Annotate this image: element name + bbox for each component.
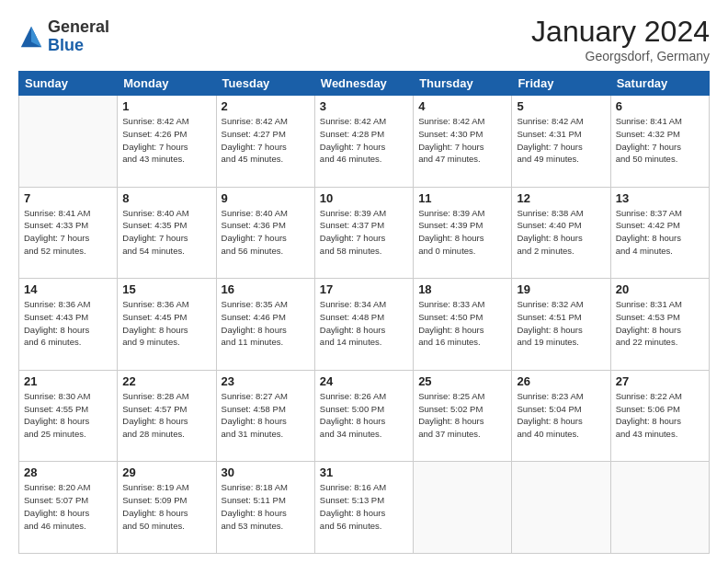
calendar-day-cell: 2Sunrise: 8:42 AM Sunset: 4:27 PM Daylig…	[216, 96, 314, 188]
day-info: Sunrise: 8:39 AM Sunset: 4:39 PM Dayligh…	[418, 207, 506, 258]
day-number: 20	[616, 282, 704, 296]
calendar-day-cell: 26Sunrise: 8:23 AM Sunset: 5:04 PM Dayli…	[512, 370, 610, 462]
calendar-day-cell: 22Sunrise: 8:28 AM Sunset: 4:57 PM Dayli…	[118, 370, 216, 462]
weekday-header: Wednesday	[314, 72, 413, 96]
day-number: 22	[122, 374, 210, 388]
calendar-day-cell: 9Sunrise: 8:40 AM Sunset: 4:36 PM Daylig…	[216, 187, 314, 279]
calendar-day-cell: 7Sunrise: 8:41 AM Sunset: 4:33 PM Daylig…	[19, 187, 118, 279]
day-number: 25	[418, 374, 506, 388]
day-number: 23	[222, 374, 310, 388]
calendar-day-cell	[512, 462, 610, 554]
calendar-day-cell: 19Sunrise: 8:32 AM Sunset: 4:51 PM Dayli…	[512, 279, 610, 371]
day-number: 28	[24, 465, 112, 479]
day-info: Sunrise: 8:27 AM Sunset: 4:58 PM Dayligh…	[222, 390, 310, 441]
calendar-table: SundayMondayTuesdayWednesdayThursdayFrid…	[18, 71, 710, 554]
day-info: Sunrise: 8:32 AM Sunset: 4:51 PM Dayligh…	[517, 298, 605, 349]
day-number: 30	[222, 465, 310, 479]
calendar-day-cell: 21Sunrise: 8:30 AM Sunset: 4:55 PM Dayli…	[19, 370, 118, 462]
calendar-day-cell: 25Sunrise: 8:25 AM Sunset: 5:02 PM Dayli…	[414, 370, 512, 462]
calendar-day-cell: 27Sunrise: 8:22 AM Sunset: 5:06 PM Dayli…	[610, 370, 709, 462]
calendar-week-row: 21Sunrise: 8:30 AM Sunset: 4:55 PM Dayli…	[19, 370, 710, 462]
day-info: Sunrise: 8:20 AM Sunset: 5:07 PM Dayligh…	[24, 481, 112, 532]
day-info: Sunrise: 8:36 AM Sunset: 4:43 PM Dayligh…	[24, 298, 112, 349]
weekday-header: Friday	[512, 72, 610, 96]
logo-general-text: General	[48, 18, 109, 37]
weekday-header: Tuesday	[216, 72, 314, 96]
calendar-day-cell: 6Sunrise: 8:41 AM Sunset: 4:32 PM Daylig…	[610, 96, 709, 188]
calendar-day-cell: 20Sunrise: 8:31 AM Sunset: 4:53 PM Dayli…	[610, 279, 709, 371]
day-number: 17	[320, 282, 408, 296]
calendar-day-cell: 11Sunrise: 8:39 AM Sunset: 4:39 PM Dayli…	[414, 187, 512, 279]
day-info: Sunrise: 8:28 AM Sunset: 4:57 PM Dayligh…	[122, 390, 210, 441]
day-number: 31	[320, 465, 408, 479]
day-number: 13	[616, 191, 704, 205]
calendar-day-cell	[414, 462, 512, 554]
calendar-day-cell: 18Sunrise: 8:33 AM Sunset: 4:50 PM Dayli…	[414, 279, 512, 371]
day-info: Sunrise: 8:42 AM Sunset: 4:27 PM Dayligh…	[222, 115, 310, 166]
day-info: Sunrise: 8:19 AM Sunset: 5:09 PM Dayligh…	[122, 481, 210, 532]
calendar-week-row: 14Sunrise: 8:36 AM Sunset: 4:43 PM Dayli…	[19, 279, 710, 371]
logo: General Blue	[18, 18, 109, 55]
day-info: Sunrise: 8:25 AM Sunset: 5:02 PM Dayligh…	[418, 390, 506, 441]
day-number: 14	[24, 282, 112, 296]
logo-icon	[18, 24, 44, 50]
day-info: Sunrise: 8:40 AM Sunset: 4:35 PM Dayligh…	[122, 207, 210, 258]
weekday-header: Monday	[118, 72, 216, 96]
day-number: 5	[517, 99, 605, 113]
calendar-day-cell: 12Sunrise: 8:38 AM Sunset: 4:40 PM Dayli…	[512, 187, 610, 279]
day-number: 10	[320, 191, 408, 205]
calendar-header-row: SundayMondayTuesdayWednesdayThursdayFrid…	[19, 72, 710, 96]
day-number: 6	[616, 99, 704, 113]
calendar-day-cell: 5Sunrise: 8:42 AM Sunset: 4:31 PM Daylig…	[512, 96, 610, 188]
day-number: 15	[122, 282, 210, 296]
day-number: 2	[222, 99, 310, 113]
calendar-day-cell: 17Sunrise: 8:34 AM Sunset: 4:48 PM Dayli…	[314, 279, 413, 371]
day-info: Sunrise: 8:26 AM Sunset: 5:00 PM Dayligh…	[320, 390, 408, 441]
calendar-day-cell: 13Sunrise: 8:37 AM Sunset: 4:42 PM Dayli…	[610, 187, 709, 279]
day-info: Sunrise: 8:41 AM Sunset: 4:33 PM Dayligh…	[24, 207, 112, 258]
day-number: 3	[320, 99, 408, 113]
day-number: 24	[320, 374, 408, 388]
day-number: 16	[222, 282, 310, 296]
day-number: 1	[122, 99, 210, 113]
title-section: January 2024 Georgsdorf, Germany	[531, 15, 710, 63]
logo-text: General Blue	[48, 18, 109, 55]
day-info: Sunrise: 8:40 AM Sunset: 4:36 PM Dayligh…	[222, 207, 310, 258]
day-number: 18	[418, 282, 506, 296]
calendar-day-cell: 15Sunrise: 8:36 AM Sunset: 4:45 PM Dayli…	[118, 279, 216, 371]
calendar-day-cell: 3Sunrise: 8:42 AM Sunset: 4:28 PM Daylig…	[314, 96, 413, 188]
day-number: 21	[24, 374, 112, 388]
day-info: Sunrise: 8:35 AM Sunset: 4:46 PM Dayligh…	[222, 298, 310, 349]
calendar-day-cell: 16Sunrise: 8:35 AM Sunset: 4:46 PM Dayli…	[216, 279, 314, 371]
calendar-day-cell: 30Sunrise: 8:18 AM Sunset: 5:11 PM Dayli…	[216, 462, 314, 554]
calendar-day-cell: 8Sunrise: 8:40 AM Sunset: 4:35 PM Daylig…	[118, 187, 216, 279]
header: General Blue January 2024 Georgsdorf, Ge…	[18, 15, 710, 63]
calendar-day-cell: 29Sunrise: 8:19 AM Sunset: 5:09 PM Dayli…	[118, 462, 216, 554]
calendar-day-cell: 28Sunrise: 8:20 AM Sunset: 5:07 PM Dayli…	[19, 462, 118, 554]
day-number: 26	[517, 374, 605, 388]
calendar-day-cell: 14Sunrise: 8:36 AM Sunset: 4:43 PM Dayli…	[19, 279, 118, 371]
day-info: Sunrise: 8:42 AM Sunset: 4:28 PM Dayligh…	[320, 115, 408, 166]
calendar-week-row: 28Sunrise: 8:20 AM Sunset: 5:07 PM Dayli…	[19, 462, 710, 554]
day-info: Sunrise: 8:23 AM Sunset: 5:04 PM Dayligh…	[517, 390, 605, 441]
day-info: Sunrise: 8:42 AM Sunset: 4:30 PM Dayligh…	[418, 115, 506, 166]
day-info: Sunrise: 8:36 AM Sunset: 4:45 PM Dayligh…	[122, 298, 210, 349]
month-title: January 2024	[531, 15, 710, 49]
day-number: 8	[122, 191, 210, 205]
day-number: 11	[418, 191, 506, 205]
weekday-header: Sunday	[19, 72, 118, 96]
day-number: 19	[517, 282, 605, 296]
calendar-day-cell: 4Sunrise: 8:42 AM Sunset: 4:30 PM Daylig…	[414, 96, 512, 188]
calendar-day-cell: 23Sunrise: 8:27 AM Sunset: 4:58 PM Dayli…	[216, 370, 314, 462]
location: Georgsdorf, Germany	[531, 49, 710, 63]
day-info: Sunrise: 8:31 AM Sunset: 4:53 PM Dayligh…	[616, 298, 704, 349]
day-number: 4	[418, 99, 506, 113]
day-number: 29	[122, 465, 210, 479]
day-info: Sunrise: 8:42 AM Sunset: 4:26 PM Dayligh…	[122, 115, 210, 166]
calendar-day-cell: 1Sunrise: 8:42 AM Sunset: 4:26 PM Daylig…	[118, 96, 216, 188]
day-number: 12	[517, 191, 605, 205]
weekday-header: Saturday	[610, 72, 709, 96]
page: General Blue January 2024 Georgsdorf, Ge…	[0, 0, 728, 563]
day-number: 9	[222, 191, 310, 205]
day-info: Sunrise: 8:42 AM Sunset: 4:31 PM Dayligh…	[517, 115, 605, 166]
